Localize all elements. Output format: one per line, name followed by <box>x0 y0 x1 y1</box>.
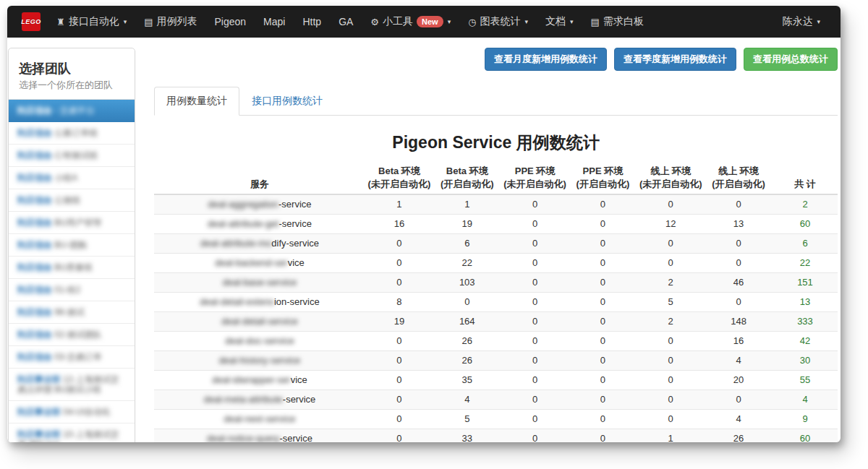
team-code: 到店综合 <box>17 352 52 362</box>
total-cell: 22 <box>773 253 838 272</box>
count-cell: 5 <box>433 409 501 429</box>
count-cell: 1 <box>365 194 433 214</box>
view-monthly-new-cases-button[interactable]: 查看月度新增用例数统计 <box>485 48 607 71</box>
nav-item-docs[interactable]: 文档 ▾ <box>537 15 582 28</box>
count-cell: 26 <box>705 429 773 442</box>
team-name: 03-交易订单 <box>54 352 101 362</box>
count-cell: 0 <box>637 331 705 350</box>
service-name-redacted: deal-base-service <box>223 277 297 288</box>
team-list: 到店综合 - 交易平台 到店综合 公募订单组 到店综合 心智测试组 到店综合 小… <box>9 99 135 442</box>
count-cell: 4 <box>705 409 773 429</box>
nav-item-ga[interactable]: GA <box>330 16 362 27</box>
service-name-cell: deal-detail-service <box>154 311 365 331</box>
nav-item-mapi[interactable]: Mapi <box>255 16 294 27</box>
service-name-redacted: deal-history-service <box>219 355 301 366</box>
team-item[interactable]: 到店综合 03-交易订单 <box>9 346 135 369</box>
team-item[interactable]: 到店综合 96-测试 <box>9 301 135 324</box>
app-window: LEGO ♜ 接口自动化 ▾ ▤ 用例列表 Pigeon Mapi Http G… <box>7 6 841 442</box>
count-cell: 0 <box>501 429 569 442</box>
view-total-cases-button[interactable]: 查看用例总数统计 <box>744 48 838 71</box>
total-cell: 2 <box>773 194 838 214</box>
team-name: 公测组 <box>54 195 80 205</box>
nav-item-case-list[interactable]: ▤ 用例列表 <box>135 15 205 28</box>
team-name: 01-组2 <box>54 285 80 295</box>
count-cell: 0 <box>501 331 569 350</box>
total-cell: 42 <box>773 331 838 350</box>
team-item[interactable]: 到店综合 公募订单组 <box>9 122 135 145</box>
nav-item-label: 文档 <box>545 15 566 28</box>
team-item[interactable]: 到店综合 心智测试组 <box>9 145 135 167</box>
nav-item-interface-automation[interactable]: ♜ 接口自动化 ▾ <box>48 15 135 28</box>
tab-api-case-count-stats[interactable]: 接口用例数统计 <box>239 87 335 116</box>
chevron-down-icon: ▾ <box>817 19 820 25</box>
team-item[interactable]: 到店综合 公测组 <box>9 189 135 212</box>
service-name-cell: deal-base-service <box>154 272 365 292</box>
top-navbar: LEGO ♜ 接口自动化 ▾ ▤ 用例列表 Pigeon Mapi Http G… <box>7 6 841 38</box>
count-cell: 2 <box>637 272 705 292</box>
team-code: 到店综合 <box>17 307 52 317</box>
table-row: deal-next-service 0500049 <box>154 409 838 429</box>
count-cell: 0 <box>365 253 433 272</box>
service-name-redacted: deal-attribute-mo <box>200 238 271 249</box>
count-cell: 0 <box>637 390 705 409</box>
brand-logo[interactable]: LEGO <box>22 12 41 31</box>
chevron-down-icon: ▾ <box>525 19 529 25</box>
count-cell: 0 <box>705 292 773 311</box>
nav-item-chart-stats[interactable]: ◷ 图表统计 ▾ <box>459 15 537 28</box>
count-cell: 0 <box>501 370 569 390</box>
count-cell: 0 <box>501 272 569 292</box>
view-quarterly-new-cases-button[interactable]: 查看季度新增用例数统计 <box>614 48 736 71</box>
user-menu[interactable]: 陈永达 ▾ <box>773 15 829 28</box>
count-cell: 19 <box>365 311 433 331</box>
team-item[interactable]: 到店综合 BU用户管理 <box>9 212 135 234</box>
service-name-visible: -service <box>279 433 312 442</box>
nav-item-label: Pigeon <box>214 16 246 27</box>
count-cell: 0 <box>569 292 637 311</box>
count-cell: 0 <box>705 253 773 272</box>
team-item[interactable]: 到店综合 BU质量组 <box>9 257 135 279</box>
service-name-redacted: deal-detail-extens <box>200 296 274 307</box>
count-cell: 1 <box>637 429 705 442</box>
service-name-visible: vice <box>288 257 305 268</box>
count-cell: 0 <box>569 409 637 429</box>
service-name-visible: -service <box>283 394 316 405</box>
team-code: 到店事业部 <box>17 429 61 439</box>
count-cell: 0 <box>569 272 637 292</box>
nav-item-tools[interactable]: ⚙ 小工具 New ▾ <box>362 15 459 28</box>
count-cell: 0 <box>365 331 433 350</box>
table-row: deal-detail-service 19164002148333 <box>154 311 838 331</box>
service-name-cell: deal-aggregation-service <box>154 194 365 214</box>
count-cell: 0 <box>365 233 433 253</box>
service-name-visible: vice <box>291 374 307 385</box>
count-cell: 5 <box>637 292 705 311</box>
count-cell: 12 <box>637 214 705 233</box>
team-code: 到店事业部 <box>17 374 61 384</box>
nav-item-pigeon[interactable]: Pigeon <box>205 16 255 27</box>
nav-item-label: 小工具 <box>383 15 413 28</box>
team-item[interactable]: 到店综合 BU-团购 <box>9 234 135 257</box>
board-icon: ▤ <box>591 17 600 27</box>
nav-item-http[interactable]: Http <box>294 16 330 27</box>
team-item[interactable]: 到店综合 01-组2 <box>9 279 135 301</box>
team-item[interactable]: 到店综合 02-测试团队 <box>9 324 135 346</box>
nav-item-label: 需求白板 <box>603 15 644 28</box>
team-item[interactable]: 到店事业部 04-UI自动化 <box>9 401 135 423</box>
team-item[interactable]: 到店事业部 12-上海测试交易点评团 BU测试小组 <box>9 369 135 401</box>
team-name: 96-测试 <box>54 307 84 317</box>
col-header: PPE 环境(开启自动化) <box>569 161 637 194</box>
count-cell: 0 <box>637 409 705 429</box>
nav-item-requirement-board[interactable]: ▤ 需求白板 <box>582 15 652 28</box>
team-item[interactable]: 到店事业部 10-上海测试交易 团队test <box>9 423 135 442</box>
count-cell: 22 <box>433 253 501 272</box>
team-item[interactable]: 到店综合 - 交易平台 <box>9 100 135 122</box>
col-header: 线上 环境(开启自动化) <box>705 161 773 194</box>
total-cell: 4 <box>773 390 838 409</box>
count-cell: 0 <box>637 253 705 272</box>
count-cell: 0 <box>433 292 501 311</box>
tab-case-count-stats[interactable]: 用例数量统计 <box>154 87 239 116</box>
count-cell: 46 <box>705 272 773 292</box>
service-name-redacted: deal-detail-service <box>221 316 298 327</box>
nav-item-label: 接口自动化 <box>69 15 119 28</box>
count-cell: 2 <box>637 311 705 331</box>
team-item[interactable]: 到店综合 小组A <box>9 167 135 189</box>
